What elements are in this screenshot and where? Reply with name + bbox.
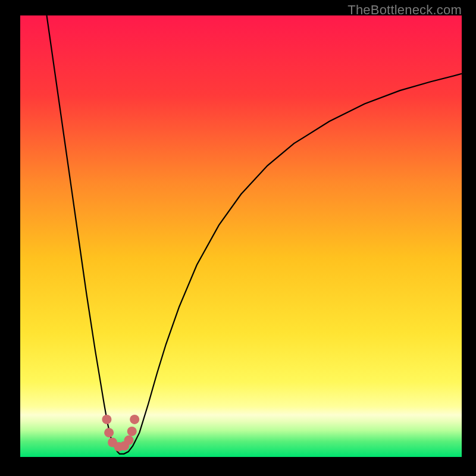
chart-svg xyxy=(20,15,462,457)
optimal-marker xyxy=(127,427,137,436)
watermark-text: TheBottleneck.com xyxy=(347,2,462,18)
optimal-marker xyxy=(102,415,111,424)
plot-area xyxy=(20,15,462,457)
optimal-marker xyxy=(130,415,139,424)
chart-frame: TheBottleneck.com xyxy=(0,0,476,476)
gradient-background xyxy=(20,15,462,457)
optimal-marker xyxy=(104,428,114,437)
optimal-marker xyxy=(124,436,134,445)
